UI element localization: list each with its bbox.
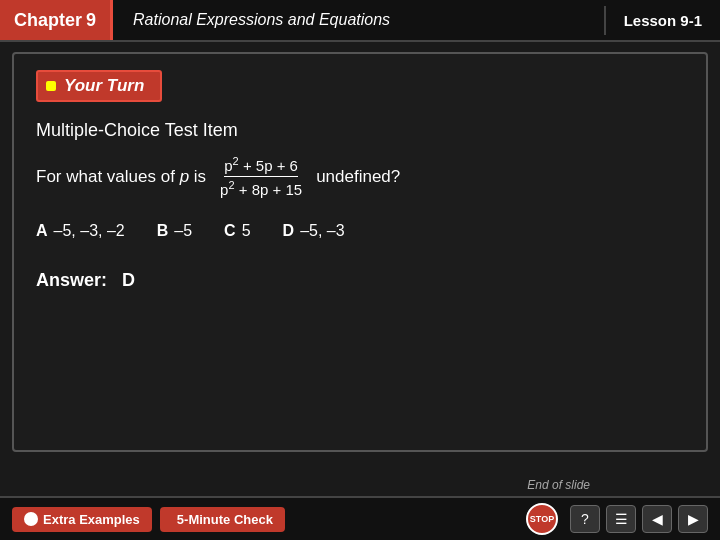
bottom-left-buttons: Extra Examples 5-Minute Check	[12, 507, 285, 532]
nav-next-button[interactable]: ▶	[678, 505, 708, 533]
question-title: Multiple-Choice Test Item	[36, 120, 684, 141]
question-suffix: undefined?	[316, 167, 400, 187]
choice-c-letter: C	[224, 222, 236, 240]
chapter-number: 9	[86, 10, 96, 31]
nav-question-button[interactable]: ?	[570, 505, 600, 533]
nav-prev-button[interactable]: ◀	[642, 505, 672, 533]
main-content: Your Turn Multiple-Choice Test Item For …	[12, 52, 708, 452]
five-minute-label: 5-Minute Check	[177, 512, 273, 527]
stop-badge: STOP	[526, 503, 558, 535]
fraction-denominator: p2 + 8p + 15	[220, 179, 302, 198]
lesson-badge: Lesson 9-1	[604, 6, 720, 35]
top-bar: Chapter 9 Rational Expressions and Equat…	[0, 0, 720, 42]
bottom-right-nav: STOP ? ☰ ◀ ▶	[526, 503, 708, 535]
choice-c-value: 5	[242, 222, 251, 240]
choice-b-letter: B	[157, 222, 169, 240]
answer-choices: A –5, –3, –2 B –5 C 5 D –5, –3	[36, 222, 684, 240]
five-minute-check-button[interactable]: 5-Minute Check	[160, 507, 285, 532]
extra-examples-label: Extra Examples	[43, 512, 140, 527]
fraction-numerator: p2 + 5p + 6	[224, 155, 298, 177]
choice-d-value: –5, –3	[300, 222, 344, 240]
your-turn-label: Your Turn	[64, 76, 144, 96]
choice-a: A –5, –3, –2	[36, 222, 125, 240]
your-turn-banner: Your Turn	[36, 70, 162, 102]
choice-b-value: –5	[174, 222, 192, 240]
nav-menu-button[interactable]: ☰	[606, 505, 636, 533]
extra-examples-icon	[24, 512, 38, 526]
chapter-title: Rational Expressions and Equations	[133, 11, 604, 29]
choice-a-letter: A	[36, 222, 48, 240]
extra-examples-button[interactable]: Extra Examples	[12, 507, 152, 532]
fraction: p2 + 5p + 6 p2 + 8p + 15	[220, 155, 302, 198]
answer-label: Answer:	[36, 270, 107, 290]
bottom-bar: Extra Examples 5-Minute Check STOP ? ☰ ◀…	[0, 496, 720, 540]
choice-a-value: –5, –3, –2	[54, 222, 125, 240]
chapter-label: Chapter	[14, 10, 82, 31]
question-intro: For what values of p is	[36, 167, 206, 187]
choice-b: B –5	[157, 222, 192, 240]
choice-d: D –5, –3	[283, 222, 345, 240]
choice-c: C 5	[224, 222, 250, 240]
answer-line: Answer: D	[36, 270, 684, 291]
end-of-slide-label: End of slide	[527, 478, 590, 492]
chapter-badge: Chapter 9	[0, 0, 113, 40]
question-line: For what values of p is p2 + 5p + 6 p2 +…	[36, 155, 684, 198]
answer-value: D	[122, 270, 135, 290]
choice-d-letter: D	[283, 222, 295, 240]
